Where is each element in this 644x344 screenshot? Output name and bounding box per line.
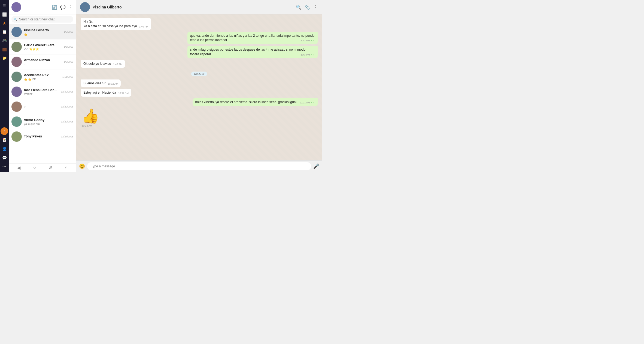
- chat-date: 1/9/2019: [64, 30, 73, 33]
- refresh-nav-icon[interactable]: ↺: [48, 165, 52, 170]
- message-time: 10:12 AM: [108, 82, 118, 86]
- message-time: 1:43 PM: [301, 53, 315, 57]
- new-chat-icon[interactable]: 💬: [60, 5, 66, 10]
- message-time: 1:40 PM: [139, 25, 148, 29]
- chat-avatar: [11, 131, 22, 142]
- contact-name: Piscina Gilberto: [93, 5, 293, 9]
- chat-item[interactable]: Carlos Averez Siera ✓✓ ⭐⭐⭐ 1/6/2019: [9, 39, 76, 54]
- chat-avatar: [11, 87, 22, 97]
- chat-item[interactable]: Piscina Gilberto 👍 1/9/2019: [9, 24, 76, 39]
- message-time: 10:12 AM: [118, 91, 129, 95]
- chat-name: Accidentas PK2: [24, 73, 60, 77]
- chat-preview: ?: [24, 106, 59, 109]
- message: Estoy aqi en Hacienda 10:12 AM: [81, 89, 318, 97]
- sticker-message: 👍 10:22 AM: [81, 108, 318, 129]
- contact-icon[interactable]: 👤: [1, 145, 8, 152]
- message-bubble: si de milagro sigues por estos lados des…: [187, 46, 318, 58]
- chat-info: Armando Pinzon ...: [24, 58, 62, 66]
- whatsapp-icon[interactable]: 💬: [1, 154, 8, 161]
- chat-date: 1/2/2019: [64, 60, 73, 63]
- chat-info: ?: [24, 105, 59, 109]
- header-actions: 🔄 💬 ⋮: [52, 4, 73, 10]
- chat-meta: 12/29/2018: [61, 105, 73, 108]
- chat-meta: 1/11/2019: [62, 75, 73, 78]
- more-dots-icon[interactable]: •••: [1, 163, 8, 170]
- emoji-icon[interactable]: 😊: [79, 163, 85, 169]
- chat-info: mar Elena Lara Cardenas Verdez: [24, 88, 59, 96]
- attach-icon[interactable]: 📎: [305, 5, 310, 10]
- message-text: que va, ando durmiendo a las niñas y a l…: [190, 34, 315, 42]
- search-chat-icon[interactable]: 🔍: [296, 5, 301, 10]
- sticker-bubble: 👍 10:22 AM: [81, 108, 101, 129]
- message-bubble: Hla Sr.Ya n esta en su casa ya iba para …: [81, 18, 151, 30]
- message-input[interactable]: [87, 162, 311, 170]
- document-icon[interactable]: 📋: [1, 28, 8, 35]
- message-bubble: que va, ando durmiendo a las niñas y a l…: [187, 32, 318, 44]
- date-label: 1/9/2019: [191, 72, 207, 76]
- user-avatar[interactable]: [11, 2, 21, 12]
- chat-meta: 1/9/2019: [64, 30, 73, 33]
- message-bubble: hola Gilberto, ya resolvi el problema. s…: [193, 98, 318, 106]
- menu-icon[interactable]: ☰: [1, 2, 8, 9]
- search-bar: 🔍: [9, 14, 76, 24]
- chat-avatar: [11, 27, 22, 37]
- search-input[interactable]: [11, 16, 73, 23]
- search-icon: 🔍: [14, 18, 17, 21]
- message-bubble: Ok dele yo le aviso 1:43 PM: [81, 60, 125, 68]
- card-icon[interactable]: 🃏: [1, 137, 8, 144]
- message: Hla Sr.Ya n esta en su casa ya iba para …: [81, 18, 318, 30]
- star-icon[interactable]: ★: [1, 20, 8, 27]
- chat-date: 12/29/2018: [61, 120, 73, 123]
- chat-menu-icon[interactable]: ⋮: [313, 4, 318, 10]
- circle-nav-icon[interactable]: ○: [33, 165, 36, 170]
- folder-icon[interactable]: 📁: [1, 54, 8, 62]
- chat-meta: 12/27/2018: [61, 135, 73, 138]
- chat-item[interactable]: Victor Godoy ya lo que bro 12/29/2018: [9, 114, 76, 129]
- chat-info: Carlos Averez Siera ✓✓ ⭐⭐⭐: [24, 43, 62, 51]
- contact-avatar[interactable]: [80, 2, 90, 12]
- chat-item[interactable]: Accidentas PK2 👍 👍 left 1/11/2019: [9, 69, 76, 84]
- sidebar: ☰ ⬜ ★ 📋 🎮 💼 📁 🦌 🃏 👤 💬 •••: [0, 0, 9, 172]
- briefcase-icon[interactable]: 💼: [1, 46, 8, 53]
- inbox-icon[interactable]: ⬜: [1, 11, 8, 18]
- chat-avatar: [11, 72, 22, 82]
- messages-area: Hla Sr.Ya n esta en su casa ya iba para …: [76, 14, 322, 160]
- message-bubble: Buenos dias Sr 10:12 AM: [81, 79, 121, 87]
- chat-item[interactable]: ? 12/29/2018: [9, 99, 76, 114]
- chat-meta: 1/2/2019: [64, 60, 73, 63]
- message-text: Hla Sr.Ya n esta en su casa ya iba para …: [83, 20, 137, 28]
- chat-header: Piscina Gilberto 🔍 📎 ⋮: [76, 0, 322, 14]
- chat-date: 1/6/2019: [64, 45, 73, 48]
- message: si de milagro sigues por estos lados des…: [81, 46, 318, 58]
- chat-preview: 👍: [24, 33, 62, 36]
- sticker-emoji: 👍: [82, 109, 99, 123]
- chat-meta: 1/6/2019: [64, 45, 73, 48]
- chat-panel-header: 🔄 💬 ⋮: [9, 0, 76, 14]
- chat-date: 12/30/2018: [61, 90, 73, 93]
- chat-list-panel: 🔄 💬 ⋮ 🔍 Piscina Gilberto 👍 1/9/2019: [9, 0, 76, 172]
- chat-name: mar Elena Lara Cardenas: [24, 88, 59, 92]
- chat-meta: 12/29/2018: [61, 120, 73, 123]
- refresh-icon[interactable]: 🔄: [52, 5, 57, 10]
- game-icon[interactable]: 🎮: [1, 37, 8, 44]
- home-nav-icon[interactable]: ⌂: [65, 165, 68, 170]
- chat-meta: 12/30/2018: [61, 90, 73, 93]
- chat-info: Victor Godoy ya lo que bro: [24, 118, 59, 125]
- chat-list: Piscina Gilberto 👍 1/9/2019 Carlos Avere…: [9, 24, 76, 163]
- chat-item[interactable]: Tony Pekes 12/27/2018: [9, 129, 76, 144]
- chat-date: 1/11/2019: [62, 75, 73, 78]
- menu-dots-icon[interactable]: ⋮: [68, 4, 73, 10]
- message-time: 1:42 PM: [301, 39, 315, 42]
- chat-item[interactable]: mar Elena Lara Cardenas Verdez 12/30/201…: [9, 84, 76, 99]
- message: Buenos dias Sr 10:12 AM: [81, 79, 318, 87]
- chat-info: Tony Pekes: [24, 134, 59, 139]
- chat-header-actions: 🔍 📎 ⋮: [296, 4, 318, 10]
- message-text: Ok dele yo le aviso: [83, 62, 111, 66]
- chat-avatar: [11, 116, 22, 127]
- chat-name: Piscina Gilberto: [24, 28, 62, 32]
- microphone-icon[interactable]: 🎤: [313, 163, 319, 169]
- chat-item[interactable]: Armando Pinzon ... 1/2/2019: [9, 54, 76, 69]
- back-nav-icon[interactable]: ◀: [17, 165, 20, 170]
- message: Ok dele yo le aviso 1:43 PM: [81, 60, 318, 68]
- sticker-time: 10:22 AM: [82, 124, 99, 128]
